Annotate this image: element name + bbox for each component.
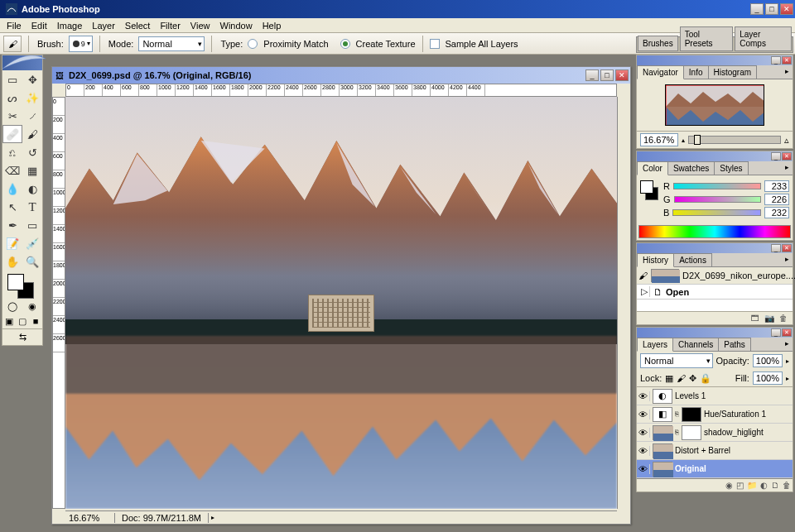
minimize-button[interactable]: _ (750, 3, 764, 15)
lock-position-icon[interactable]: ✥ (689, 373, 696, 384)
channels-tab[interactable]: Channels (672, 338, 719, 351)
color-ramp[interactable] (638, 225, 791, 238)
navigator-preview[interactable] (665, 84, 764, 126)
doc-minimize-button[interactable]: _ (585, 69, 599, 81)
layers-menu-icon[interactable]: ▸ (782, 338, 793, 351)
visibility-icon[interactable]: 👁 (638, 410, 650, 419)
screen-full-icon[interactable]: ■ (29, 314, 42, 328)
type-tool[interactable]: T (22, 198, 42, 216)
stamp-tool[interactable]: ⎌ (2, 143, 22, 161)
paths-tab[interactable]: Paths (718, 338, 751, 351)
color-swatch[interactable] (2, 271, 42, 299)
new-snapshot-icon[interactable]: 📷 (764, 314, 774, 323)
menu-image[interactable]: Image (52, 19, 88, 32)
menu-file[interactable]: File (2, 19, 26, 32)
fill-field[interactable]: 100% (753, 371, 783, 385)
color-tab[interactable]: Color (637, 161, 668, 175)
tool-preset-picker[interactable]: 🖌 (3, 36, 22, 52)
eraser-tool[interactable]: ⌫ (2, 161, 22, 180)
eyedropper-tool[interactable]: 💉 (22, 234, 42, 252)
visibility-icon[interactable]: 👁 (638, 464, 650, 474)
zoom-tool[interactable]: 🔍 (22, 252, 42, 271)
new-set-icon[interactable]: 📁 (747, 481, 757, 490)
document-titlebar[interactable]: 🖼 D2X_0699.psd @ 16.7% (Original, RGB/16… (52, 67, 630, 84)
new-adjustment-icon[interactable]: ◐ (760, 481, 768, 490)
screen-standard-icon[interactable]: ▣ (2, 314, 16, 328)
maximize-button[interactable]: □ (765, 3, 778, 15)
move-tool[interactable]: ✥ (22, 70, 42, 89)
layers-min-button[interactable]: _ (771, 328, 781, 337)
quickmask-mode-icon[interactable]: ◉ (22, 299, 42, 314)
hand-tool[interactable]: ✋ (2, 252, 22, 271)
visibility-icon[interactable]: 👁 (638, 428, 650, 438)
doc-maximize-button[interactable]: □ (600, 69, 614, 81)
layer-row[interactable]: 👁◧⎘Hue/Saturation 1 (637, 405, 793, 424)
slice-tool[interactable]: ⟋ (22, 107, 42, 125)
crop-tool[interactable]: ✂ (2, 107, 22, 125)
vertical-scrollbar[interactable] (617, 97, 630, 509)
hist-close-button[interactable]: ✕ (782, 244, 792, 252)
healing-tool[interactable]: 🩹 (2, 125, 22, 143)
nav-zoom-slider[interactable] (688, 136, 781, 144)
swatches-tab[interactable]: Swatches (667, 161, 715, 175)
hist-min-button[interactable]: _ (771, 244, 781, 252)
snapshot-item[interactable]: 🖌 D2X_0699_nikon_europe.... (637, 267, 793, 285)
brush-tool[interactable]: 🖌 (22, 125, 42, 143)
styles-tab[interactable]: Styles (714, 161, 748, 175)
new-doc-from-state-icon[interactable]: 🗔 (751, 314, 759, 323)
new-layer-icon[interactable]: 🗋 (771, 481, 779, 490)
layer-row[interactable]: 👁⎘shadow_higlight (637, 424, 793, 442)
vertical-ruler[interactable]: 0200400600800100012001400160018002000220… (52, 97, 65, 509)
horizontal-ruler[interactable]: 0200400600800100012001400160018002000220… (65, 84, 617, 97)
texture-radio[interactable] (340, 39, 350, 49)
lock-pixels-icon[interactable]: 🖌 (677, 373, 686, 383)
visibility-icon[interactable]: 👁 (638, 446, 650, 456)
path-tool[interactable]: ↖ (2, 198, 22, 216)
marquee-tool[interactable]: ▭ (2, 70, 22, 89)
opacity-field[interactable]: 100% (753, 354, 783, 367)
pen-tool[interactable]: ✒ (2, 216, 22, 234)
close-button[interactable]: ✕ (780, 3, 793, 15)
canvas-viewport[interactable] (65, 97, 617, 509)
menu-select[interactable]: Select (120, 19, 156, 32)
lasso-tool[interactable]: ᔕ (2, 89, 22, 107)
menu-layer[interactable]: Layer (87, 19, 120, 32)
mode-select[interactable]: Normal (138, 36, 205, 51)
gradient-tool[interactable]: ▦ (22, 161, 42, 180)
navigator-tab[interactable]: Navigator (637, 65, 684, 79)
nav-close-button[interactable]: ✕ (782, 56, 792, 65)
brush-picker[interactable]: 9 ▾ (69, 36, 93, 52)
actions-tab[interactable]: Actions (673, 253, 712, 266)
layers-close-button[interactable]: ✕ (782, 328, 792, 337)
imageready-icon[interactable]: ⇆ (2, 329, 42, 345)
layers-tab[interactable]: Layers (637, 338, 673, 352)
zoom-out-icon[interactable]: ▴ (682, 137, 685, 144)
hist-menu-icon[interactable]: ▸ (782, 253, 793, 266)
color-slider-r[interactable]: R233 (663, 180, 789, 192)
layer-style-icon[interactable]: ◉ (725, 481, 733, 490)
history-step[interactable]: ▷ 🗋 Open (637, 285, 793, 300)
nav-zoom-value[interactable]: 16.67% (640, 133, 678, 146)
blend-mode-select[interactable]: Normal (640, 353, 713, 368)
info-tab[interactable]: Info (683, 65, 709, 79)
zoom-field[interactable]: 16.67% (65, 513, 115, 523)
visibility-icon[interactable]: 👁 (638, 391, 650, 401)
history-brush-tool[interactable]: ↺ (22, 143, 42, 161)
tool-presets-tab[interactable]: Tool Presets (680, 26, 734, 51)
layer-row[interactable]: 👁Original (637, 460, 793, 478)
menu-help[interactable]: Help (258, 19, 287, 32)
wand-tool[interactable]: ✨ (22, 89, 42, 107)
layer-row[interactable]: 👁◐Levels 1 (637, 387, 793, 405)
sample-checkbox[interactable] (430, 39, 440, 49)
color-fg-bg-swatch[interactable] (640, 179, 660, 213)
menu-view[interactable]: View (186, 19, 215, 32)
color-menu-icon[interactable]: ▸ (782, 161, 793, 175)
delete-layer-icon[interactable]: 🗑 (783, 481, 791, 490)
blur-tool[interactable]: 💧 (2, 180, 22, 198)
layer-comps-tab[interactable]: Layer Comps (735, 26, 792, 51)
color-slider-g[interactable]: G226 (663, 194, 789, 205)
doc-close-button[interactable]: ✕ (615, 69, 629, 81)
history-brush-source-icon[interactable]: 🖌 (638, 271, 648, 280)
zoom-in-icon[interactable]: ▵ (784, 135, 789, 146)
doc-size-info[interactable]: Doc: 99.7M/211.8M (115, 513, 209, 523)
